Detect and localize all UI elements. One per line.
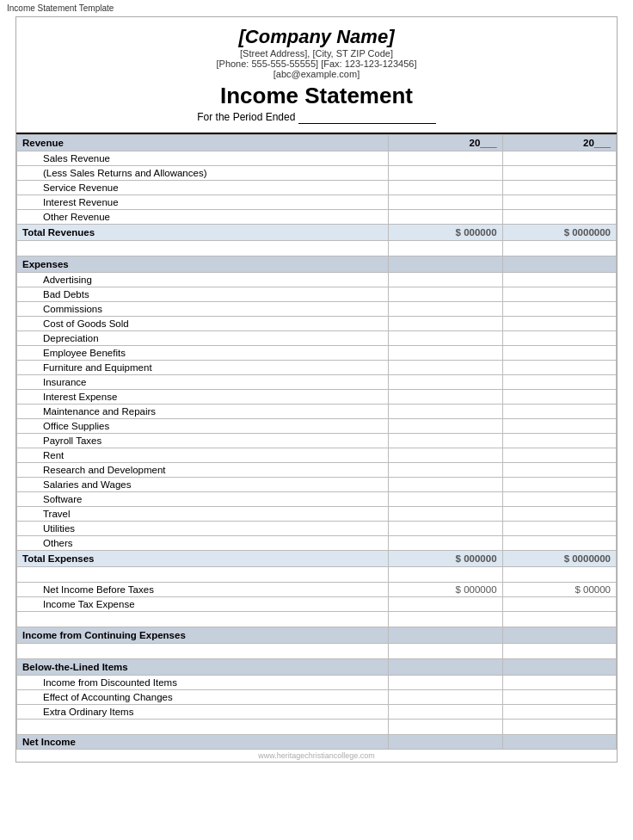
table-row: Sales Revenue <box>17 151 617 166</box>
address-line-1: [Street Address], [City, ST ZIP Code] <box>34 48 599 59</box>
revenue-header-row: Revenue 20___ 20___ <box>17 135 617 151</box>
table-row: Income from Discounted Items <box>17 676 617 690</box>
expenses-label: Expenses <box>17 256 389 273</box>
page-label: Income Statement Template <box>0 0 633 16</box>
table-row: Service Revenue <box>17 181 617 195</box>
revenue-item-1-val2 <box>502 151 616 166</box>
table-row: Software <box>17 492 617 507</box>
table-row: Salaries and Wages <box>17 478 617 492</box>
table-row: Interest Revenue <box>17 195 617 210</box>
continuing-expenses-row: Income from Continuing Expenses <box>17 627 617 644</box>
income-tax-row: Income Tax Expense <box>17 597 617 612</box>
col1-header: 20___ <box>389 135 502 151</box>
revenue-label: Revenue <box>17 135 389 151</box>
spacer-row-5 <box>17 720 617 735</box>
table-row: Insurance <box>17 375 617 390</box>
email-line: [abc@example.com] <box>34 69 599 79</box>
total-revenues-row: Total Revenues $ 000000 $ 0000000 <box>17 225 617 241</box>
expenses-header-row: Expenses <box>17 256 617 273</box>
revenue-item-5: Other Revenue <box>17 210 389 225</box>
document-header: [Company Name] [Street Address], [City, … <box>16 17 617 134</box>
period-line: For the Period Ended <box>34 111 599 124</box>
revenue-item-1-val1 <box>389 151 502 166</box>
table-row: Rent <box>17 448 617 463</box>
net-income-before-taxes-label: Net Income Before Taxes <box>17 583 389 597</box>
total-expenses-label: Total Expenses <box>17 551 389 567</box>
table-row: (Less Sales Returns and Allowances) <box>17 166 617 181</box>
below-line-header-row: Below-the-Lined Items <box>17 659 617 676</box>
col2-header: 20___ <box>502 135 616 151</box>
income-tax-label: Income Tax Expense <box>17 597 389 612</box>
address-line-2: [Phone: 555-555-55555] [Fax: 123-123-123… <box>34 59 599 69</box>
watermark: www.heritagechristiancollege.com <box>16 750 617 762</box>
total-revenues-val2: $ 0000000 <box>502 225 616 241</box>
total-revenues-label: Total Revenues <box>17 225 389 241</box>
table-row: Travel <box>17 507 617 522</box>
table-row: Utilities <box>17 522 617 536</box>
period-underline <box>298 111 436 124</box>
table-row: Furniture and Equipment <box>17 361 617 375</box>
document: [Company Name] [Street Address], [City, … <box>15 16 618 763</box>
table-row: Interest Expense <box>17 390 617 405</box>
table-row: Bad Debts <box>17 287 617 302</box>
table-row: Employee Benefits <box>17 346 617 361</box>
table-row: Others <box>17 536 617 551</box>
revenue-item-4: Interest Revenue <box>17 195 389 210</box>
maintenance-repairs-row: Maintenance and Repairs <box>17 405 617 419</box>
total-expenses-row: Total Expenses $ 000000 $ 0000000 <box>17 551 617 567</box>
table-row: Cost of Goods Sold <box>17 317 617 331</box>
net-income-before-taxes-val2: $ 00000 <box>502 583 616 597</box>
net-income-row: Net Income <box>17 735 617 750</box>
continuing-expenses-label: Income from Continuing Expenses <box>17 627 389 644</box>
net-income-before-taxes-val1: $ 000000 <box>389 583 502 597</box>
spacer-row-4 <box>17 644 617 659</box>
company-name: [Company Name] <box>34 26 599 48</box>
document-title: Income Statement <box>34 83 599 109</box>
net-income-label: Net Income <box>17 735 389 750</box>
table-row: Depreciation <box>17 331 617 346</box>
table-row: Office Supplies <box>17 419 617 434</box>
table-row: Payroll Taxes <box>17 434 617 448</box>
table-row: Extra Ordinary Items <box>17 705 617 720</box>
revenue-item-1: Sales Revenue <box>17 151 389 166</box>
total-expenses-val2: $ 0000000 <box>502 551 616 567</box>
table-row: Commissions <box>17 302 617 317</box>
revenue-item-3: Service Revenue <box>17 181 389 195</box>
spacer-row-3 <box>17 612 617 627</box>
total-expenses-val1: $ 000000 <box>389 551 502 567</box>
table-row: Other Revenue <box>17 210 617 225</box>
net-income-before-taxes-row: Net Income Before Taxes $ 000000 $ 00000 <box>17 583 617 597</box>
table-row: Advertising <box>17 273 617 287</box>
revenue-item-2: (Less Sales Returns and Allowances) <box>17 166 389 181</box>
spacer-row <box>17 241 617 256</box>
spacer-row-2 <box>17 567 617 583</box>
income-statement-table: Revenue 20___ 20___ Sales Revenue (Less … <box>16 134 617 750</box>
total-revenues-val1: $ 000000 <box>389 225 502 241</box>
table-row: Research and Development <box>17 463 617 478</box>
table-row: Effect of Accounting Changes <box>17 690 617 705</box>
below-line-label: Below-the-Lined Items <box>17 659 389 676</box>
